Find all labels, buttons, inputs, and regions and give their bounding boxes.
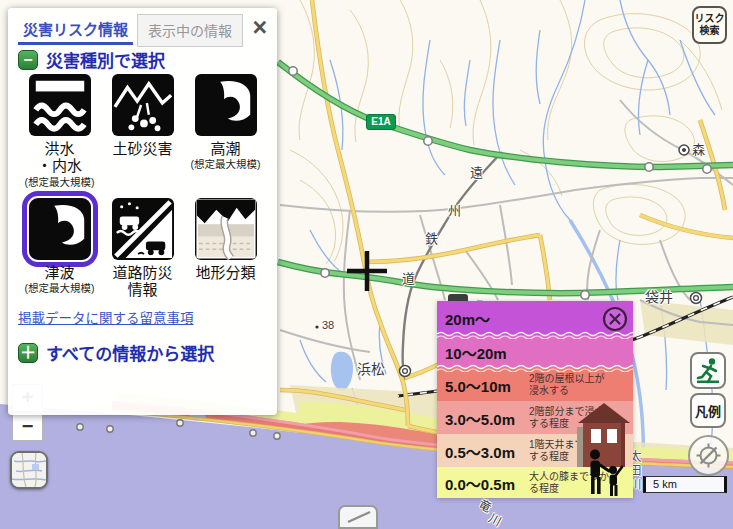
risk-search-label: 検索: [700, 25, 720, 38]
section-title: すべての情報から選択: [46, 340, 214, 365]
railway-label-char1: 遠: [470, 166, 483, 179]
scale-bar: 5 km: [643, 476, 727, 493]
hazard-label: 高潮: [184, 140, 267, 157]
depth-description: 2階の屋根以上が浸水する: [529, 373, 611, 397]
data-notes-link[interactable]: 掲載データに関する留意事項: [18, 307, 194, 327]
hazard-label: 土砂災害: [101, 140, 184, 157]
section-title: 災害種別で選択: [46, 47, 165, 72]
evacuation-site-button[interactable]: [690, 352, 726, 389]
depth-range: 3.0〜5.0m: [445, 407, 515, 428]
hazard-landslide[interactable]: 土砂災害: [101, 74, 184, 188]
person-depth-icon: [583, 448, 627, 498]
road-disaster-icon: [112, 198, 174, 260]
tsunami-depth-legend: 20m〜 10〜20m 5.0〜10m 2階の屋根以上が浸水する 3.0〜5.0…: [437, 301, 633, 498]
flood-icon: [29, 74, 91, 136]
town-label-hamamatsu: 浜松: [357, 362, 385, 376]
town-label-mori: 森: [692, 143, 705, 156]
depth-range: 20m〜: [445, 308, 490, 329]
tool-icon: [346, 510, 372, 524]
disaster-risk-panel: 災害リスク情報 表示中の情報 × − 災害種別で選択 洪水 ・内水 (想定最大規…: [8, 8, 277, 415]
legend-toggle-button[interactable]: 凡例: [690, 393, 726, 428]
legend-row: 5.0〜10m 2階の屋根以上が浸水する: [437, 368, 633, 401]
hazard-terrain[interactable]: 地形分類: [184, 198, 267, 299]
hazard-road-disaster[interactable]: 道路防災 情報: [101, 198, 184, 299]
landslide-icon: [112, 74, 174, 136]
depth-range: 0.0〜0.5m: [445, 472, 515, 493]
tab-displayed-info[interactable]: 表示中の情報: [137, 14, 243, 47]
tsunami-icon: [29, 198, 91, 260]
hazard-label: 地形分類: [184, 264, 267, 281]
current-location-button[interactable]: [688, 435, 729, 476]
tab-disaster-risk-info[interactable]: 災害リスク情報: [18, 14, 133, 45]
hazard-label: 情報: [101, 281, 184, 298]
hazard-label: 津波: [18, 264, 101, 281]
section-select-by-type: − 災害種別で選択: [18, 47, 165, 72]
expressway-badge: E1A: [366, 114, 396, 130]
legend-button-label: 凡例: [695, 401, 721, 420]
location-off-icon: [695, 442, 722, 469]
town-label-fukuroi: 袋井: [645, 290, 673, 304]
hazard-storm-surge[interactable]: 高潮 (想定最大規模): [184, 74, 267, 188]
overview-map-button[interactable]: [10, 451, 48, 489]
hazard-sublabel: (想定最大規模): [18, 176, 101, 189]
zoom-out-button[interactable]: −: [12, 413, 43, 441]
wave-separator: [437, 364, 633, 372]
hazard-tsunami[interactable]: 津波 (想定最大規模): [18, 198, 101, 299]
depth-range: 0.5〜3.0m: [445, 440, 515, 461]
storm-surge-icon: [195, 74, 257, 136]
hazard-sublabel: (想定最大規模): [184, 158, 267, 171]
elevation-label: 38: [322, 320, 334, 331]
panel-close-icon[interactable]: ×: [248, 14, 271, 40]
depth-range: 10〜20m: [445, 341, 507, 362]
hazard-sublabel: (想定最大規模): [18, 282, 101, 295]
depth-range: 5.0〜10m: [445, 374, 511, 395]
panel-tabs: 災害リスク情報 表示中の情報 ×: [18, 14, 271, 44]
scale-label: 5 km: [653, 478, 677, 490]
risk-search-button[interactable]: リスク 検索: [692, 6, 727, 44]
collapse-icon[interactable]: −: [18, 50, 38, 70]
map-application: E1A 森 袋井 浜松 38 遠 州 鉄 道 竜 川 太田川 20m〜 10〜2…: [0, 0, 733, 529]
railway-label-char2: 州: [448, 204, 461, 217]
terrain-classification-icon: [195, 198, 257, 260]
legend-close-icon[interactable]: [602, 306, 628, 332]
railway-label-char4: 道: [402, 272, 415, 285]
partial-tool-button[interactable]: [338, 505, 378, 529]
section-select-all: ＋ すべての情報から選択: [18, 340, 214, 365]
hazard-label: 道路防災: [101, 264, 184, 281]
railway-label-char3: 鉄: [425, 232, 438, 245]
hazard-label: ・内水: [18, 157, 101, 174]
wave-separator: [437, 331, 633, 339]
overview-map-thumbnail: [12, 453, 46, 487]
risk-search-label: リスク: [695, 13, 725, 26]
hazard-type-grid: 洪水 ・内水 (想定最大規模) 土砂災害: [18, 74, 267, 299]
evacuation-runner-icon: [695, 357, 722, 384]
expand-icon[interactable]: ＋: [18, 343, 38, 363]
hazard-flood[interactable]: 洪水 ・内水 (想定最大規模): [18, 74, 101, 188]
hazard-label: 洪水: [18, 140, 101, 157]
